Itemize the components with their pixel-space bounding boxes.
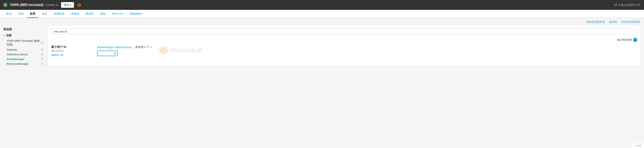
scope-item-yarn-service[interactable]: YARN (MR2 Included) (服务范围) 0 <box>5 38 44 47</box>
tab-resourcepool[interactable]: 资源池 <box>68 10 82 18</box>
undo-icon[interactable]: ↩ <box>150 46 153 49</box>
header-timestamp: 9月 2, 晚上8点09分 UTC <box>614 3 641 7</box>
tab-quicklinks[interactable]: 快速链接 ▾ <box>127 10 146 18</box>
show-all-desc-row: 显示所有说明 ? <box>51 38 637 42</box>
filter-title: 筛选器 <box>3 25 44 33</box>
watermark-face-icon: 😊 <box>158 45 169 55</box>
power-icon: ⏻ <box>77 3 81 7</box>
history-rollback-link[interactable]: 历史记录和回滚 <box>621 20 640 24</box>
scope-item-badge: 0 <box>41 48 43 51</box>
tab-instances[interactable]: 实例 <box>15 10 26 18</box>
action-button[interactable]: 操作 ▾ <box>61 2 74 8</box>
service-name-text: YARN (MR2 Included) <box>10 3 43 7</box>
power-button[interactable]: ⏻ <box>76 2 82 8</box>
tab-config[interactable]: 配置 <box>27 10 38 18</box>
tab-commands[interactable]: 命令 <box>39 10 50 18</box>
nav-tabs: 状态 实例 配置 命令 应用程序 资源池 图表库 审核 Web UI ▾ 快速链… <box>0 10 644 18</box>
role-group-link[interactable]: 角色组 <box>609 20 617 24</box>
switch-classic-link[interactable]: 切换至经典布局 <box>586 20 605 24</box>
show-all-label: 显示所有说明 <box>617 38 632 42</box>
tab-applications[interactable]: 应用程序 <box>51 10 68 18</box>
action-dropdown-icon: ▾ <box>70 4 71 6</box>
watermark-text: Hadoop实操 <box>170 46 202 54</box>
scope-item-label: Gateway <box>6 48 17 51</box>
scope-item-badge: 0 <box>41 53 43 56</box>
header: ✓ YARN (MR2 Included) ( Cluster 1 ) 操作 ▾… <box>0 0 644 10</box>
config-label-section: 最小用户 ID min.user.id 编辑单个值 <box>51 45 92 57</box>
header-left: ✓ YARN (MR2 Included) ( Cluster 1 ) 操作 ▾… <box>3 2 82 8</box>
tab-audit[interactable]: 审核 <box>98 10 108 18</box>
action-button-label: 操作 <box>64 3 69 7</box>
scope-item-badge: 1 <box>41 58 43 61</box>
config-scope-more: …和其他 2 个 <box>133 45 149 49</box>
scope-header[interactable]: ▼ 范围 <box>3 33 44 38</box>
service-title: YARN (MR2 Included) ( Cluster 1 ) <box>10 3 58 7</box>
config-key: min.user.id <box>51 49 92 52</box>
toolbar-row: 切换至经典布局 角色组 历史记录和回滚 <box>0 18 644 25</box>
watermark-area: 😊 Hadoop实操 <box>158 45 203 55</box>
config-scope-section: NodeManager Default Group …和其他 2 个 ↩ <box>97 45 153 56</box>
search-input[interactable] <box>51 28 637 34</box>
scope-item-resourcemanager[interactable]: ResourceManager 0 <box>5 62 44 66</box>
content-area: 显示所有说明 ? 最小用户 ID min.user.id 编辑单个值 NodeM… <box>48 25 641 66</box>
scope-item-jobhistory[interactable]: JobHistory Server 0 <box>5 52 44 57</box>
scope-item-label: NodeManager <box>6 58 24 61</box>
chevron-down-icon: ▼ <box>3 34 5 37</box>
config-scope-row: NodeManager Default Group …和其他 2 个 ↩ <box>97 45 153 49</box>
scope-items-list: YARN (MR2 Included) (服务范围) 0 Gateway 0 J… <box>5 38 44 66</box>
scope-header-label: 范围 <box>6 34 12 38</box>
help-icon[interactable]: ? <box>633 38 637 42</box>
tab-webui[interactable]: Web UI ▾ <box>109 10 126 18</box>
scope-item-nodemanager[interactable]: NodeManager 1 <box>5 57 44 62</box>
tab-chartlibrary[interactable]: 图表库 <box>83 10 96 18</box>
config-name: 最小用户 ID <box>51 45 92 49</box>
scope-item-badge: 0 <box>41 62 43 65</box>
sidebar: 筛选器 ▼ 范围 YARN (MR2 Included) (服务范围) 0 Ga… <box>3 25 44 66</box>
config-value-input[interactable] <box>97 50 118 56</box>
scope-item-gateway[interactable]: Gateway 0 <box>5 47 44 52</box>
service-status-icon: ✓ <box>3 3 8 7</box>
scope-item-label: YARN (MR2 Included) (服务范围) <box>6 39 41 46</box>
scope-item-badge: 0 <box>41 41 43 44</box>
main-layout: 筛选器 ▼ 范围 YARN (MR2 Included) (服务范围) 0 Ga… <box>0 25 644 70</box>
tab-status[interactable]: 状态 <box>3 10 14 18</box>
scope-item-label: JobHistory Server <box>6 53 28 56</box>
scope-item-label: ResourceManager <box>6 62 28 65</box>
config-row: 最小用户 ID min.user.id 编辑单个值 NodeManager De… <box>51 44 637 58</box>
config-scope-group-link[interactable]: NodeManager Default Group <box>97 46 132 49</box>
cluster-badge: ( Cluster 1 ) <box>45 4 58 6</box>
edit-single-value-link[interactable]: 编辑单个值 <box>51 54 64 56</box>
